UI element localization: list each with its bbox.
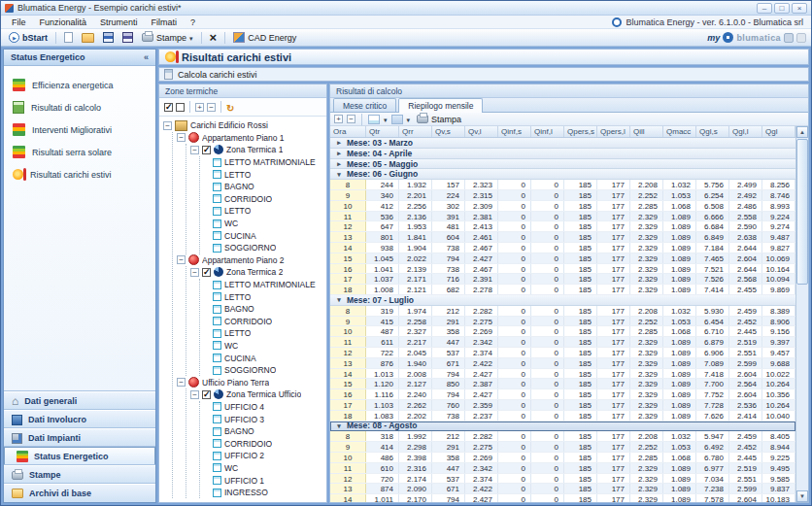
- menu-item-item[interactable]: ?: [184, 17, 202, 27]
- column-header-qgl[interactable]: Qgl: [762, 126, 795, 137]
- checkbox-checked-icon[interactable]: [202, 146, 211, 154]
- sidebar-nav-dati-involucro[interactable]: Dati Involucro: [4, 410, 155, 428]
- tree-node-soggiorno[interactable]: SOGGIORNO: [204, 364, 326, 377]
- column-header-qgl-l[interactable]: Qgl,l: [729, 126, 762, 137]
- tree-node-corridoio[interactable]: CORRIDOIO: [204, 193, 326, 206]
- new-document-button[interactable]: [61, 31, 76, 44]
- scroll-down-button[interactable]: [796, 490, 808, 502]
- scrollbar-thumb[interactable]: [796, 139, 808, 285]
- month-group-row[interactable]: ▸Mese: 05 - Maggio: [330, 159, 795, 170]
- sidebar-nav-archivi-di-base[interactable]: Archivi di base: [4, 484, 155, 502]
- tree-node-ufficio-1[interactable]: UFFICIO 1: [204, 474, 326, 487]
- menu-item-funzionalit[interactable]: Funzionalità: [33, 17, 94, 27]
- column-header-qinf-l[interactable]: Qinf,l: [531, 126, 564, 137]
- tree-node-letto-matrimoniale[interactable]: LETTO MATRIMONIALE: [204, 279, 326, 291]
- collapse-node-icon[interactable]: [190, 146, 199, 154]
- data-row[interactable]: 171.1032.2627602.359001851772.3291.0897.…: [330, 400, 795, 411]
- tree-node-ufficio-2[interactable]: UFFICIO 2: [204, 450, 326, 462]
- tree-node-letto[interactable]: LETTO: [204, 290, 326, 303]
- tree-node-ingresso[interactable]: INGRESSO: [204, 487, 326, 499]
- column-header-qtr[interactable]: Qtr: [366, 126, 399, 137]
- data-row[interactable]: 82441.9321572.323001851772.2081.0325.756…: [330, 180, 795, 190]
- data-row[interactable]: 151.1202.1278502.387001851772.3291.0897.…: [330, 379, 795, 389]
- data-row[interactable]: 94152.2582912.275001851772.2521.0536.454…: [330, 317, 795, 327]
- tree-node-ufficio-4[interactable]: UFFICIO 4: [204, 401, 326, 414]
- check-all-button[interactable]: [164, 103, 173, 112]
- scroll-up-button[interactable]: [796, 126, 808, 138]
- month-group-row[interactable]: ▾Mese: 06 - Giugno: [330, 169, 795, 180]
- month-group-row[interactable]: ▸Mese: 04 - Aprile: [330, 149, 795, 159]
- data-row[interactable]: 104122.2563022.309001851772.2851.0686.50…: [330, 201, 795, 212]
- data-row[interactable]: 83191.9742122.282001851772.2081.0325.930…: [330, 306, 795, 317]
- tree-node-wc[interactable]: WC: [204, 340, 326, 353]
- tree-node-wc[interactable]: WC: [204, 218, 326, 230]
- sidebar-nav-dati-generali[interactable]: Dati generali: [4, 391, 155, 410]
- close-button[interactable]: [792, 3, 807, 14]
- expand-groups-button[interactable]: [334, 115, 343, 123]
- refresh-icon[interactable]: [226, 98, 234, 116]
- collapse-node-icon[interactable]: [190, 268, 199, 277]
- data-row[interactable]: 141.0112.1707942.427001851772.3291.0897.…: [330, 494, 795, 502]
- data-row[interactable]: 151.0452.0227942.427001851772.3291.0897.…: [330, 253, 795, 264]
- tree-node-bagno[interactable]: BAGNO: [204, 181, 326, 193]
- stampa-button[interactable]: Stampa: [414, 114, 464, 125]
- vertical-scrollbar[interactable]: [795, 126, 808, 502]
- tree-node-letto-matrimoniale[interactable]: LETTO MATRIMONIALE: [204, 156, 326, 169]
- sidebar-item-efficienza-energetica[interactable]: Efficienza energetica: [4, 74, 155, 96]
- minimize-button[interactable]: [757, 3, 772, 14]
- data-row[interactable]: 138011.8416042.461001851772.3291.0896.84…: [330, 232, 795, 243]
- data-row[interactable]: 138742.0906712.422001851772.3291.0897.23…: [330, 484, 795, 494]
- tree-node-zona-termica-2[interactable]: Zona Termica 2: [190, 266, 326, 279]
- stampe-button[interactable]: Stampe: [139, 32, 196, 44]
- view-dropdown-button[interactable]: [391, 115, 403, 124]
- tab-riepilogo-mensile[interactable]: Riepilogo mensile: [398, 98, 483, 113]
- uncheck-all-button[interactable]: [176, 103, 185, 112]
- tree-node-letto[interactable]: LETTO: [204, 327, 326, 340]
- save-all-button[interactable]: [119, 31, 136, 44]
- tree-node-bagno[interactable]: BAGNO: [204, 303, 326, 316]
- collapse-node-icon[interactable]: [177, 133, 186, 142]
- column-header-qpers-s[interactable]: Qpers,s: [564, 126, 597, 137]
- data-row[interactable]: 149381.9047382.467001851772.3291.0897.18…: [330, 243, 795, 253]
- tree-node-letto[interactable]: LETTO: [204, 205, 326, 218]
- tree-node-corridoio[interactable]: CORRIDOIO: [204, 316, 326, 328]
- tree-node-soggiorno[interactable]: SOGGIORNO: [204, 242, 326, 254]
- data-row[interactable]: 138761.9406712.422001851772.3291.0897.08…: [330, 358, 795, 369]
- sidebar-nav-status-energetico[interactable]: Status Energetico: [4, 447, 155, 465]
- data-row[interactable]: 161.1162.2407942.427001851772.3291.0897.…: [330, 389, 795, 400]
- tree-node-cucina[interactable]: CUCINA: [204, 229, 326, 242]
- sidebar-item-risultati-carichi-estivi[interactable]: Risultati carichi estivi: [4, 163, 155, 186]
- tree-node-ufficio-3[interactable]: UFFICIO 3: [204, 413, 326, 425]
- expand-all-button[interactable]: [195, 103, 204, 112]
- month-group-row[interactable]: ▸Mese: 03 - Marzo: [330, 138, 795, 149]
- data-row[interactable]: 127202.1745372.374001851772.3291.0897.03…: [330, 474, 795, 485]
- tree-node-zona-termica-ufficio[interactable]: Zona Termica Ufficio: [190, 388, 326, 401]
- column-header-qill[interactable]: Qill: [630, 126, 663, 137]
- maximize-button[interactable]: [774, 3, 790, 14]
- month-group-row[interactable]: ▾Mese: 08 - Agosto: [330, 422, 795, 432]
- data-row[interactable]: 161.0412.1397382.467001851772.3291.0897.…: [330, 264, 795, 275]
- column-header-qmacc[interactable]: Qmacc: [663, 126, 696, 137]
- sidebar-item-risultati-di-calcolo[interactable]: Risultati di calcolo: [4, 96, 155, 118]
- menu-item-file[interactable]: File: [5, 17, 33, 27]
- tree-node-appartamento-piano-2[interactable]: Appartamento Piano 2: [177, 254, 326, 267]
- data-row[interactable]: 115362.1363912.381001851772.3291.0896.66…: [330, 212, 795, 222]
- data-row[interactable]: 116102.3164472.342001851772.3291.0896.97…: [330, 463, 795, 474]
- data-row[interactable]: 94142.2982912.275001851772.2521.0536.492…: [330, 442, 795, 453]
- open-button[interactable]: [79, 32, 97, 44]
- data-row[interactable]: 104862.3983582.269001851772.2851.0686.78…: [330, 453, 795, 463]
- tree-node-letto[interactable]: LETTO: [204, 168, 326, 181]
- sidebar-item-risultati-serra-solare[interactable]: Risultati serra solare: [4, 141, 155, 163]
- tree-node-carichi-edificio-rossi[interactable]: Carichi Edificio Rossi: [163, 119, 326, 132]
- tab-mese-critico[interactable]: Mese critico: [333, 98, 396, 112]
- column-header-qv-l[interactable]: Qv,l: [465, 126, 498, 137]
- tree-node-bagno[interactable]: BAGNO: [204, 425, 326, 438]
- user-badge-icon[interactable]: [784, 33, 794, 43]
- data-row[interactable]: 141.0132.0087942.427001851772.3291.0897.…: [330, 369, 795, 380]
- data-row[interactable]: 171.0372.1717162.391001851772.3291.0897.…: [330, 274, 795, 285]
- data-row[interactable]: 93402.2012242.315001851772.2521.0536.254…: [330, 190, 795, 201]
- cancel-tool-button[interactable]: [207, 31, 220, 45]
- column-header-qinf-s[interactable]: Qinf,s: [498, 126, 531, 137]
- tree-node-ufficio-piano-terra[interactable]: Ufficio Piano Terra: [177, 376, 326, 388]
- collapse-all-button[interactable]: [207, 103, 216, 112]
